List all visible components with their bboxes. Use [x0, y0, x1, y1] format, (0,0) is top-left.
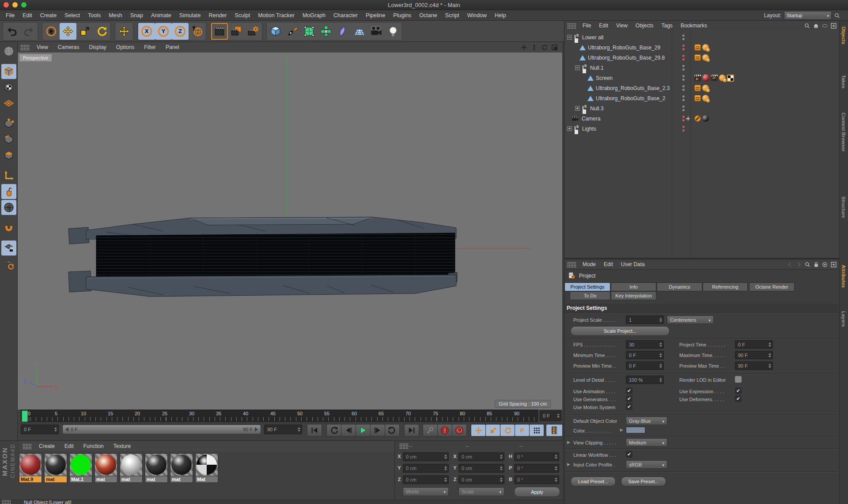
stepper[interactable]: [500, 478, 503, 482]
range-left-arrow-icon[interactable]: [65, 427, 68, 432]
om-menu-edit[interactable]: Edit: [595, 23, 612, 29]
add-mograph-cloner-button[interactable]: [318, 23, 334, 40]
add-subdivision-surface-button[interactable]: [301, 23, 318, 40]
object-name[interactable]: Camera: [582, 116, 601, 122]
goto-end-button[interactable]: [404, 424, 419, 436]
menu-edit[interactable]: Edit: [19, 12, 36, 19]
material-thumbnail[interactable]: [145, 453, 168, 476]
previous-frame-button[interactable]: [341, 424, 356, 436]
alpha-tag-icon[interactable]: [727, 75, 734, 82]
render-settings-button[interactable]: [245, 23, 261, 40]
object-name[interactable]: Screen: [596, 75, 613, 81]
visibility-dots[interactable]: [682, 116, 685, 121]
viewport-canvas[interactable]: Y X Z Perspective Grid Spacing : 100 cm: [18, 53, 562, 410]
panel-grip[interactable]: [2, 500, 11, 504]
tree-row[interactable]: Null.3: [564, 103, 839, 113]
history-back-icon[interactable]: [787, 262, 793, 267]
visibility-dots[interactable]: [682, 45, 685, 50]
material-thumbnail[interactable]: [170, 453, 193, 476]
key-position-toggle[interactable]: [471, 424, 486, 436]
pan-view-icon[interactable]: [521, 44, 527, 51]
object-name[interactable]: Ultraborg_RoboGuts_Base_29.8: [588, 55, 665, 61]
stepper[interactable]: [500, 466, 503, 470]
material-name[interactable]: mat: [145, 476, 168, 483]
use-generators-checkbox[interactable]: [626, 395, 632, 402]
material-name[interactable]: mat: [44, 476, 67, 483]
project-scale-field[interactable]: 1: [626, 316, 664, 324]
key-pla-toggle[interactable]: [529, 424, 544, 436]
material-name[interactable]: Mat: [195, 476, 218, 483]
timeline-window-button[interactable]: [546, 424, 563, 436]
material-item[interactable]: Mat.1: [69, 453, 92, 483]
rotate-view-icon[interactable]: [541, 44, 548, 51]
object-name[interactable]: Ultraborg_RoboGuts_Base_29: [588, 45, 660, 51]
menu-pipeline[interactable]: Pipeline: [362, 12, 389, 19]
ruler-strip[interactable]: 0 5 10 15 20 25 30 35 40 45 50 55 60 65 …: [21, 410, 538, 422]
render-tag-icon[interactable]: [711, 75, 718, 81]
tree-row[interactable]: Lights: [564, 124, 839, 134]
add-panel-icon[interactable]: [831, 262, 837, 267]
coordinate-system-button[interactable]: [189, 23, 205, 40]
visibility-dots[interactable]: [682, 34, 685, 40]
search-icon[interactable]: [834, 13, 840, 19]
viewport-menu-cameras[interactable]: Cameras: [53, 44, 84, 50]
range-right-arrow-icon[interactable]: [255, 427, 258, 432]
viewport-menu-filter[interactable]: Filter: [139, 44, 161, 50]
stepper[interactable]: [54, 427, 57, 432]
view-clipping-expander-icon[interactable]: [567, 440, 571, 444]
previous-key-button[interactable]: [326, 424, 341, 436]
axis-y-lock-button[interactable]: Y: [155, 23, 172, 40]
size-z-field[interactable]: 0 cm: [458, 475, 504, 484]
material-item[interactable]: mat: [44, 453, 67, 483]
object-name[interactable]: Ultraborg_RoboGuts_Base_2: [596, 95, 665, 102]
tab-attributes[interactable]: Attributes: [841, 265, 846, 288]
add-deformer-button[interactable]: [334, 23, 351, 40]
visibility-dots[interactable]: [682, 95, 685, 101]
object-name[interactable]: Lights: [582, 126, 596, 132]
material-thumbnail[interactable]: [69, 453, 92, 476]
search-icon[interactable]: [805, 262, 810, 267]
redo-button[interactable]: [20, 23, 37, 40]
default-object-color-dropdown[interactable]: Gray-Blue: [626, 417, 667, 425]
toggle-view-icon[interactable]: [551, 44, 558, 51]
menu-snap[interactable]: Snap: [126, 12, 147, 19]
material-item[interactable]: Mat.9: [19, 453, 42, 483]
om-menu-tags[interactable]: Tags: [658, 23, 677, 29]
expand-toggle[interactable]: [575, 65, 580, 70]
menu-create[interactable]: Create: [36, 12, 61, 19]
render-view-button[interactable]: [211, 23, 228, 40]
last-used-tool-button[interactable]: [116, 23, 132, 40]
color-expander-icon[interactable]: [620, 428, 624, 432]
lod-field[interactable]: 100 %: [626, 376, 664, 384]
eye-icon[interactable]: [822, 24, 828, 28]
add-panel-icon[interactable]: [831, 23, 837, 29]
minimum-time-field[interactable]: 0 F: [626, 351, 664, 359]
viewport-menu-display[interactable]: Display: [84, 44, 111, 50]
material-menu-function[interactable]: Function: [79, 443, 109, 449]
material-thumbnail[interactable]: [195, 453, 218, 476]
add-spline-pen-button[interactable]: [284, 23, 301, 40]
menu-octane[interactable]: Octane: [415, 12, 441, 19]
menu-mograph[interactable]: MoGraph: [299, 12, 329, 19]
menu-script[interactable]: Script: [441, 12, 463, 19]
polygons-mode-button[interactable]: [1, 148, 16, 163]
key-parameter-toggle[interactable]: [515, 424, 530, 436]
stepper[interactable]: [555, 455, 557, 459]
phong-tag-icon[interactable]: [694, 85, 701, 91]
material-item[interactable]: mat: [120, 453, 143, 483]
goto-start-button[interactable]: [307, 424, 322, 436]
tab-objects[interactable]: Objects: [841, 26, 846, 44]
tree-row[interactable]: Ultraborg_RoboGuts_Base_29.8: [564, 53, 839, 63]
stepper[interactable]: [555, 466, 557, 470]
pos-z-field[interactable]: 0 cm: [403, 475, 449, 484]
stepper[interactable]: [768, 353, 771, 357]
target-mode-icon[interactable]: [822, 262, 828, 267]
camera-view-label[interactable]: Perspective: [19, 54, 52, 61]
tree-row[interactable]: Ultraborg_RoboGuts_Base_2: [564, 93, 839, 103]
tab-to-do[interactable]: To Do: [570, 291, 610, 300]
view-clipping-dropdown[interactable]: Medium: [626, 438, 667, 447]
material-name[interactable]: mat: [120, 476, 143, 483]
scale-project-button[interactable]: Scale Project...: [571, 326, 670, 336]
tab-takes[interactable]: Takes: [841, 75, 846, 88]
keyframe-help-button[interactable]: [452, 424, 467, 436]
